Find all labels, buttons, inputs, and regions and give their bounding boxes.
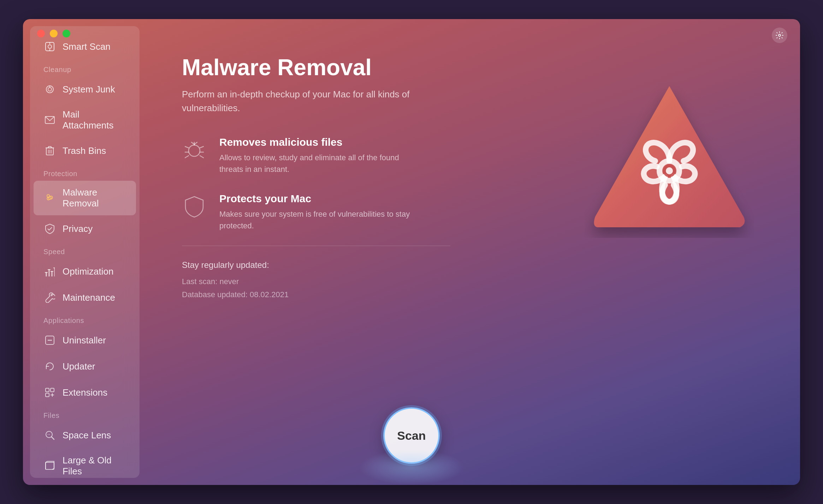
smart-scan-icon [43, 40, 56, 53]
feature-removes-desc: Allows to review, study and eliminate al… [219, 152, 417, 175]
feature-removes-text: Removes malicious files Allows to review… [219, 136, 417, 175]
optimization-icon [43, 265, 56, 278]
svg-point-2 [48, 45, 52, 48]
biohazard-sidebar-icon [43, 192, 56, 204]
sidebar-item-uninstaller[interactable]: Uninstaller [34, 328, 136, 353]
system-junk-icon [43, 83, 56, 96]
feature-removes-malicious: Removes malicious files Allows to review… [182, 136, 450, 175]
bug-icon [182, 138, 207, 162]
sidebar-item-maintenance[interactable]: Maintenance [34, 285, 136, 310]
sidebar-item-system-junk-label: System Junk [63, 84, 115, 95]
uninstaller-icon [43, 334, 56, 347]
sidebar-item-mail-attachments[interactable]: Mail Attachments [34, 103, 136, 137]
scan-button-container: Scan [383, 407, 440, 464]
page-subtitle: Perform an in-depth checkup of your Mac … [182, 88, 422, 115]
sidebar-item-trash-bins[interactable]: Trash Bins [34, 138, 136, 163]
sidebar-item-extensions[interactable]: Extensions [34, 380, 136, 405]
content-divider [182, 246, 450, 246]
svg-point-0 [778, 34, 781, 36]
scan-button[interactable]: Scan [383, 407, 440, 464]
sidebar-item-privacy-label: Privacy [63, 223, 93, 234]
sidebar-item-space-lens[interactable]: Space Lens [34, 422, 136, 448]
svg-rect-28 [46, 388, 49, 392]
trash-icon [43, 144, 56, 157]
privacy-icon [43, 222, 56, 235]
sidebar-item-optimization[interactable]: Optimization [34, 259, 136, 284]
updater-icon [43, 360, 56, 373]
sidebar-item-maintenance-label: Maintenance [63, 292, 115, 303]
sidebar: Smart Scan Cleanup System Junk Mail A [30, 26, 140, 478]
update-info: Last scan: never Database updated: 08.02… [182, 275, 772, 301]
svg-rect-36 [46, 462, 54, 469]
biohazard-illustration [581, 68, 758, 245]
sidebar-item-updater[interactable]: Updater [34, 354, 136, 379]
space-lens-icon [43, 429, 56, 442]
database-updated-label: Database updated: 08.02.2021 [182, 288, 772, 301]
features-list: Removes malicious files Allows to review… [182, 136, 450, 232]
svg-line-52 [200, 156, 203, 158]
svg-rect-29 [51, 388, 54, 392]
app-window: Smart Scan Cleanup System Junk Mail A [23, 19, 800, 485]
feature-protects-mac: Protects your Mac Makes sure your system… [182, 193, 450, 232]
last-scan-label: Last scan: never [182, 275, 772, 288]
close-button[interactable] [37, 30, 45, 37]
svg-line-51 [185, 156, 189, 158]
shield-icon [182, 194, 207, 219]
sidebar-item-mail-label: Mail Attachments [63, 109, 126, 131]
update-section-title: Stay regularly updated: [182, 260, 772, 270]
sidebar-item-malware-removal[interactable]: Malware Removal [34, 181, 136, 215]
cleanup-section-label: Cleanup [30, 60, 140, 76]
svg-line-48 [200, 146, 203, 148]
sidebar-item-space-lens-label: Space Lens [63, 430, 111, 441]
sidebar-item-large-old-files[interactable]: Large & Old Files [34, 449, 136, 478]
feature-protects-text: Protects your Mac Makes sure your system… [219, 193, 417, 232]
applications-section-label: Applications [30, 311, 140, 327]
svg-line-47 [185, 146, 189, 148]
sidebar-item-smart-scan-label: Smart Scan [63, 41, 111, 52]
protection-section-label: Protection [30, 164, 140, 180]
mail-icon [43, 114, 56, 126]
svg-line-34 [52, 437, 54, 439]
svg-point-6 [48, 88, 52, 91]
files-section-label: Files [30, 406, 140, 422]
speed-section-label: Speed [30, 242, 140, 258]
settings-button[interactable] [772, 28, 787, 43]
svg-rect-30 [46, 393, 49, 397]
sidebar-item-system-junk[interactable]: System Junk [34, 77, 136, 102]
svg-point-57 [666, 167, 673, 174]
sidebar-item-large-files-label: Large & Old Files [63, 455, 126, 477]
traffic-lights [37, 30, 70, 37]
feature-removes-title: Removes malicious files [219, 136, 417, 148]
large-files-icon [43, 460, 56, 472]
sidebar-item-uninstaller-label: Uninstaller [63, 335, 106, 346]
sidebar-item-trash-label: Trash Bins [63, 145, 106, 156]
sidebar-item-malware-label: Malware Removal [63, 187, 126, 209]
maintenance-icon [43, 291, 56, 304]
svg-point-45 [189, 145, 200, 156]
sidebar-item-updater-label: Updater [63, 361, 95, 372]
feature-protects-desc: Makes sure your system is free of vulner… [219, 208, 417, 232]
sidebar-item-privacy[interactable]: Privacy [34, 216, 136, 241]
extensions-icon [43, 386, 56, 399]
maximize-button[interactable] [63, 30, 70, 37]
feature-protects-title: Protects your Mac [219, 193, 417, 205]
minimize-button[interactable] [50, 30, 58, 37]
sidebar-item-optimization-label: Optimization [63, 266, 114, 277]
sidebar-item-extensions-label: Extensions [63, 387, 107, 398]
sidebar-item-smart-scan[interactable]: Smart Scan [34, 34, 136, 59]
